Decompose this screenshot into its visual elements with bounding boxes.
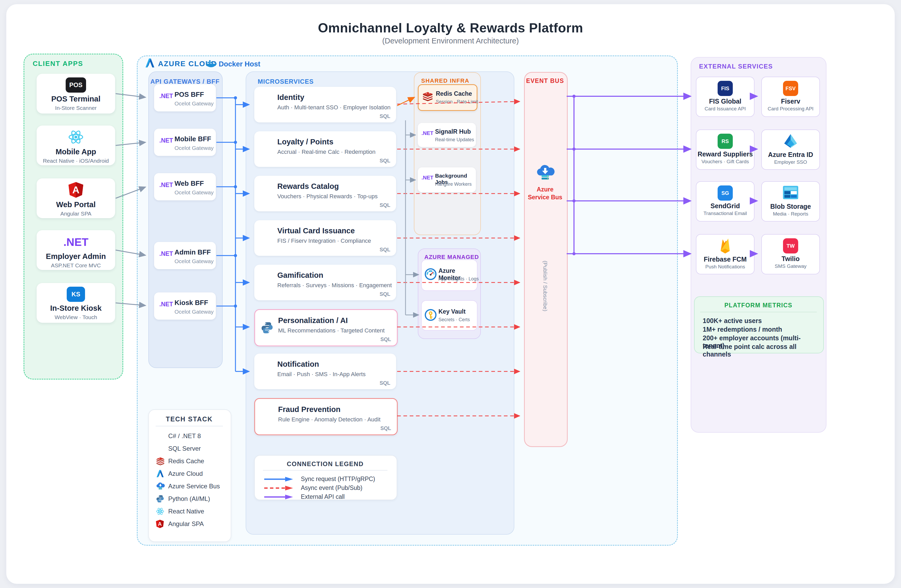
- metric-line: Real-time point calc across all channels: [703, 343, 818, 358]
- legend-item-label: External API call: [301, 493, 344, 501]
- event-bus-zone: [524, 72, 568, 447]
- node-subtitle: WebView · Touch: [37, 314, 115, 320]
- azure-icon: [156, 469, 165, 479]
- node-subtitle: ASP.NET Core MVC: [37, 262, 115, 268]
- microservices-label: MICROSERVICES: [258, 78, 314, 85]
- client-apps-label: CLIENT APPS: [33, 60, 83, 68]
- node-title: Identity: [277, 93, 304, 102]
- node-twilio: TW Twilio SMS Gateway: [761, 234, 820, 275]
- rs-badge-icon: RS: [718, 134, 733, 149]
- stack-item: SQL Server: [156, 444, 226, 454]
- dotnet-badge-icon: .NET: [421, 175, 433, 181]
- stack-item: Redis Cache: [156, 456, 226, 466]
- node-firebase-fcm: Firebase FCM Push Notifications: [696, 234, 754, 275]
- stack-item-label: Redis Cache: [168, 457, 204, 465]
- node-subtitle: Card Issuance API: [697, 106, 754, 112]
- dotnet-badge-icon: .NET: [159, 301, 173, 308]
- node-redis-cache: Redis Cache Session · Rate Limit: [418, 84, 477, 111]
- redis-icon: [422, 91, 434, 103]
- node-title: Employer Admin: [37, 252, 115, 261]
- node-title: Twilio: [762, 255, 819, 263]
- platform-metrics-label: PLATFORM METRICS: [694, 302, 823, 309]
- key-icon: [424, 309, 437, 322]
- blob-storage-icon: [762, 185, 819, 201]
- sync-line-icon: [264, 476, 295, 483]
- node-title: Fiserv: [762, 98, 819, 105]
- react-icon: [156, 507, 165, 516]
- node-title: Loyalty / Points: [277, 137, 333, 146]
- firebase-icon: [697, 238, 754, 254]
- node-title: Web Portal: [37, 200, 115, 209]
- node-background-jobs: .NET Background Jobs Hangfire Workers: [418, 167, 476, 192]
- node-subtitle: FIS / Fiserv Integration · Compliance: [277, 237, 371, 244]
- node-key-vault: Key Vault Secrets · Certs: [421, 300, 477, 331]
- sql-tag: SQL: [380, 113, 390, 119]
- page-title: Omnichannel Loyalty & Rewards Platform: [0, 20, 901, 36]
- node-title: Mobile BFF: [175, 135, 211, 143]
- stack-item-label: React Native: [168, 508, 204, 515]
- legend-item-external: External API call: [264, 493, 394, 501]
- node-title: SendGrid: [697, 202, 754, 210]
- fiserv-badge-icon: FSV: [783, 81, 798, 96]
- node-virtual-card-issuance: Virtual Card Issuance FIS / Fiserv Integ…: [254, 220, 396, 256]
- node-personalization-ai: Personalization / AI ML Recommendations …: [254, 309, 398, 346]
- node-title: Mobile App: [37, 148, 115, 156]
- service-bus-icon: [535, 164, 555, 182]
- stack-item-label: C# / .NET 8: [168, 432, 201, 440]
- node-subtitle: In-Store Scanner: [37, 105, 115, 111]
- node-title: Admin BFF: [175, 248, 211, 256]
- sendgrid-badge-icon: SG: [718, 186, 733, 201]
- node-title: POS Terminal: [37, 95, 115, 103]
- python-icon: [260, 321, 274, 335]
- node-subtitle: Secrets · Certs: [438, 317, 470, 323]
- python-icon: [156, 494, 165, 504]
- node-subtitle: Ocelot Gateway: [175, 189, 214, 196]
- page-subtitle: (Development Environment Architecture): [0, 37, 901, 45]
- node-identity: Identity Auth · Multi-tenant SSO · Emplo…: [254, 87, 396, 122]
- react-icon: [37, 129, 115, 145]
- dotnet-badge-icon: .NET: [159, 181, 173, 189]
- node-azure-monitor: Azure Monitor App Insights · Logs: [421, 259, 477, 291]
- node-subtitle: ML Recommendations · Targeted Content: [278, 327, 385, 334]
- node-sendgrid: SG SendGrid Transactional Email: [696, 181, 754, 221]
- node-title: Virtual Card Issuance: [277, 226, 355, 235]
- sql-tag: SQL: [380, 336, 391, 342]
- node-notification: Notification Email · Push · SMS · In-App…: [254, 354, 396, 389]
- stack-item-label: Angular SPA: [168, 520, 204, 527]
- divider: [700, 312, 817, 312]
- node-title: In-Store Kiosk: [37, 304, 115, 313]
- node-web-portal: A Web Portal Angular SPA: [37, 178, 115, 218]
- api-gateways-zone: [148, 72, 223, 368]
- node-pos-terminal: POS POS Terminal In-Store Scanner: [37, 74, 115, 114]
- angular-icon: A: [156, 519, 165, 529]
- stack-item-label: Azure Cloud: [168, 470, 203, 477]
- node-subtitle: Push Notifications: [697, 264, 754, 270]
- shared-infra-label: SHARED INFRA: [421, 77, 469, 84]
- event-bus-label: EVENT BUS: [524, 77, 566, 84]
- node-fiserv: FSV Fiserv Card Processing API: [761, 76, 820, 117]
- node-title: Notification: [277, 360, 319, 368]
- node-title: Personalization / AI: [278, 316, 348, 325]
- node-signalr-hub: .NET SignalR Hub Real-time Updates: [418, 123, 476, 147]
- stack-item: Python (AI/ML): [156, 494, 226, 504]
- stack-item: C# / .NET 8: [156, 431, 226, 441]
- node-kiosk-bff: .NET Kiosk BFF Ocelot Gateway: [154, 292, 216, 320]
- divider: [156, 426, 223, 426]
- node-subtitle: Ocelot Gateway: [175, 100, 214, 107]
- node-title: Reward Suppliers: [697, 150, 754, 158]
- metric-line: 1M+ redemptions / month: [703, 326, 818, 333]
- external-services-label: EXTERNAL SERVICES: [699, 63, 773, 70]
- node-subtitle: Accrual · Real-time Calc · Redemption: [277, 148, 376, 155]
- external-line-icon: [264, 494, 295, 501]
- stack-item-label: Python (AI/ML): [168, 495, 210, 502]
- node-title: Rewards Catalog: [277, 182, 339, 191]
- dotnet-badge-icon: .NET: [159, 93, 173, 100]
- node-employer-admin: .NET Employer Admin ASP.NET Core MVC: [37, 230, 115, 270]
- node-title: Azure Entra ID: [762, 151, 819, 159]
- stack-item: Azure Cloud: [156, 469, 226, 479]
- node-subtitle: Session · Rate Limit: [436, 99, 478, 104]
- sql-tag: SQL: [380, 202, 390, 208]
- fis-badge-icon: FIS: [718, 81, 733, 96]
- node-subtitle: Ocelot Gateway: [175, 258, 214, 264]
- pub-sub-note: (Publish / Subscribe): [542, 261, 548, 303]
